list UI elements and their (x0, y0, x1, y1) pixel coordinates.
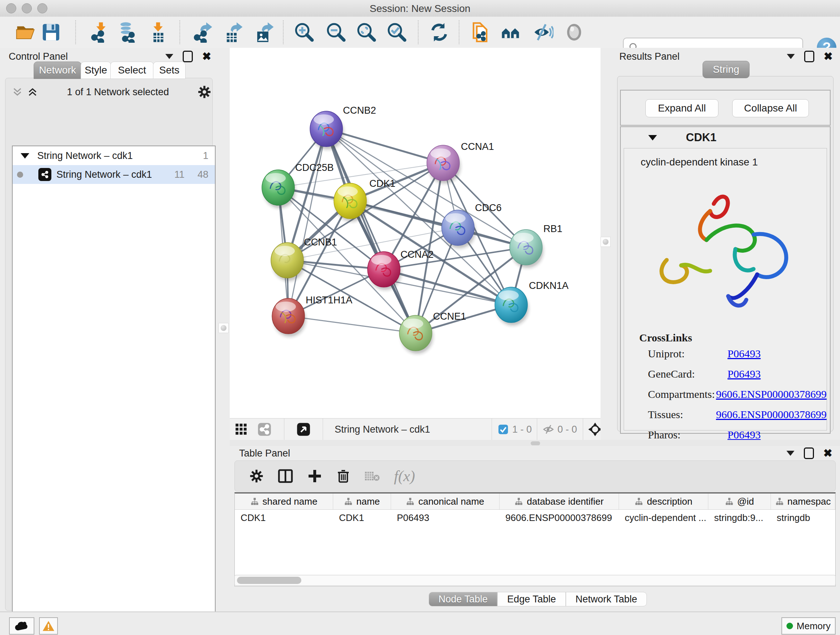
network-type-button[interactable] (253, 418, 276, 440)
left-panel-divider[interactable] (217, 48, 231, 611)
zoom-selected-button[interactable] (386, 21, 408, 43)
save-session-button[interactable] (40, 21, 62, 43)
panel-close-icon[interactable]: ✖ (823, 448, 832, 459)
add-column-icon[interactable] (307, 469, 322, 484)
crosslink-link[interactable]: P06493 (728, 348, 761, 360)
memory-button[interactable]: Memory (782, 617, 836, 635)
tab-edge-table[interactable]: Edge Table (497, 592, 566, 606)
crosslink-link[interactable]: P06493 (728, 429, 761, 441)
import-table-button[interactable] (147, 21, 169, 43)
column-header-canonical-name[interactable]: canonical name (391, 494, 500, 509)
right-panel-divider[interactable] (600, 48, 613, 440)
panel-float-icon[interactable] (786, 451, 794, 456)
table-cell[interactable]: cyclin-dependent ... (619, 510, 708, 526)
hidden-toggle[interactable] (537, 418, 557, 440)
splitter-grip[interactable] (531, 441, 540, 445)
export-network-button[interactable] (192, 21, 214, 43)
refresh-button[interactable] (428, 21, 450, 43)
warning-button[interactable] (39, 617, 58, 635)
table-cell[interactable]: CDK1 (235, 510, 333, 526)
show-columns-icon[interactable] (278, 468, 294, 484)
tab-network[interactable]: Network (34, 62, 81, 79)
panel-float-icon[interactable] (165, 54, 173, 59)
table-cell[interactable]: P06493 (391, 510, 500, 526)
section-expander-icon[interactable] (648, 135, 657, 141)
gear-icon[interactable] (198, 86, 211, 98)
protein-header[interactable]: CDK1 (621, 127, 830, 148)
zoom-out-button[interactable] (325, 21, 347, 43)
network-edge[interactable] (288, 316, 416, 333)
export-table-button[interactable] (222, 21, 245, 43)
network-node-ccne1[interactable] (399, 315, 433, 354)
network-collection-row[interactable]: String Network – cdk1 1 (13, 146, 215, 165)
show-button[interactable] (563, 21, 585, 43)
divider-grip[interactable] (600, 237, 611, 247)
homes-button[interactable] (499, 21, 522, 43)
import-network-file-button[interactable] (90, 21, 112, 43)
crosslink-link[interactable]: 9606.ENSP00000378699 (716, 409, 827, 421)
tab-node-table[interactable]: Node Table (429, 592, 497, 606)
delete-column-icon[interactable] (336, 469, 351, 483)
cloud-button[interactable] (9, 617, 34, 635)
hide-button[interactable] (532, 21, 554, 43)
network-node-cdc25b[interactable] (262, 170, 295, 208)
network-node-cdkn1a[interactable] (495, 287, 529, 325)
expand-all-icon[interactable] (27, 87, 38, 97)
panel-close-icon[interactable]: ✖ (202, 51, 211, 62)
network-node-ccna2[interactable] (368, 252, 401, 290)
network-node-ccna1[interactable] (427, 145, 461, 184)
divider-grip[interactable] (218, 323, 229, 333)
network-row[interactable]: String Network – cdk1 11 48 (13, 165, 215, 184)
table-row[interactable]: CDK1CDK1P064939606.ENSP00000378699cyclin… (235, 510, 835, 526)
network-canvas[interactable]: CCNB2CCNA1CDC25BCDK1CDC6RB1CCNB1CCNA2CDK… (230, 48, 607, 440)
horizontal-splitter[interactable] (230, 440, 840, 446)
network-graph[interactable]: CCNB2CCNA1CDC25BCDK1CDC6RB1CCNB1CCNA2CDK… (230, 48, 607, 418)
column-header-namespac[interactable]: namespac (771, 494, 835, 509)
panel-maximize-icon[interactable] (804, 448, 814, 459)
network-node-ccnb1[interactable] (271, 242, 305, 281)
birds-eye-view-button[interactable] (230, 418, 253, 440)
network-node-rb1[interactable] (510, 230, 543, 268)
crosslink-link[interactable]: P06493 (728, 368, 761, 380)
table-cell[interactable]: CDK1 (333, 510, 391, 526)
collapse-all-button[interactable]: Collapse All (732, 99, 809, 117)
column-header--id[interactable]: @id (708, 494, 771, 509)
network-node-hist1h1a[interactable] (272, 298, 306, 337)
table-cell[interactable]: 9606.ENSP00000378699 (500, 510, 619, 526)
column-header-database-identifier[interactable]: database identifier (500, 494, 619, 509)
network-node-ccnb2[interactable] (310, 111, 344, 149)
panel-maximize-icon[interactable] (183, 51, 193, 62)
expand-all-button[interactable]: Expand All (645, 99, 718, 117)
open-session-button[interactable] (14, 21, 37, 43)
tab-sets[interactable]: Sets (153, 62, 186, 79)
tab-network-table[interactable]: Network Table (566, 592, 647, 606)
zoom-fit-button[interactable] (355, 21, 378, 43)
open-in-window-button[interactable] (284, 418, 323, 440)
export-image-button[interactable] (253, 21, 276, 43)
tab-select[interactable]: Select (111, 62, 154, 79)
table-cell[interactable]: stringdb (771, 510, 835, 526)
table-settings-gear-icon[interactable] (249, 469, 264, 483)
scrollbar-thumb[interactable] (237, 577, 302, 584)
tab-style[interactable]: Style (81, 62, 111, 79)
tab-string[interactable]: String (703, 61, 750, 78)
collection-expander-icon[interactable] (21, 153, 29, 158)
delete-table-icon[interactable] (364, 469, 380, 483)
network-from-file-button[interactable] (469, 21, 491, 43)
collapse-all-icon[interactable] (12, 87, 23, 97)
function-builder-button[interactable]: f(x) (394, 467, 415, 485)
network-node-cdk1[interactable] (334, 183, 368, 222)
network-edge[interactable] (288, 129, 326, 316)
panel-float-icon[interactable] (787, 54, 795, 59)
network-node-cdc6[interactable] (442, 210, 475, 249)
crosslink-link[interactable]: 9606.ENSP00000378699 (716, 388, 827, 401)
panel-close-icon[interactable]: ✖ (824, 51, 833, 62)
selected-checkbox[interactable] (492, 418, 512, 440)
column-header-description[interactable]: description (619, 494, 708, 509)
zoom-in-button[interactable] (293, 21, 316, 43)
column-header-name[interactable]: name (333, 494, 391, 509)
column-header-shared-name[interactable]: shared name (235, 494, 333, 509)
table-horizontal-scrollbar[interactable] (234, 575, 836, 586)
panel-maximize-icon[interactable] (804, 51, 814, 62)
import-network-database-button[interactable] (117, 21, 139, 43)
